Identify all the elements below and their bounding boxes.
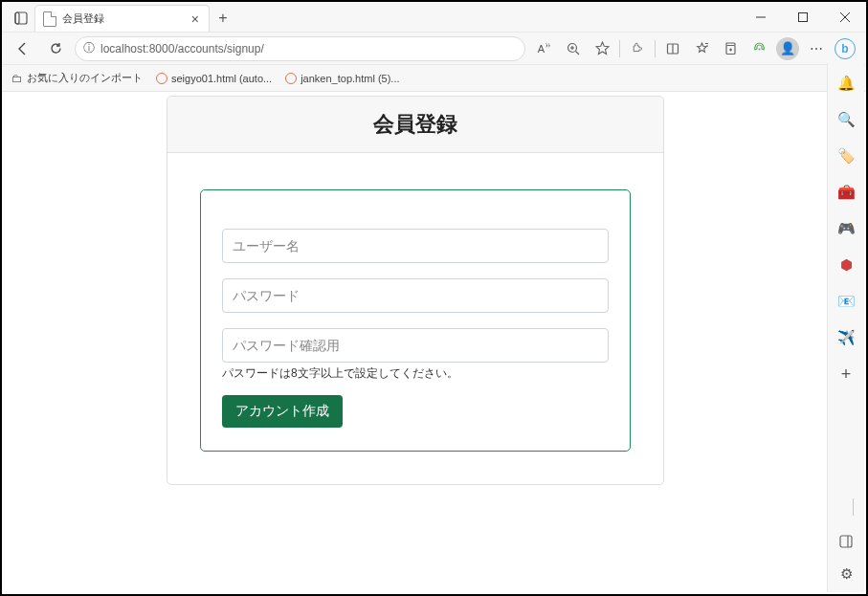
svg-rect-18 xyxy=(840,536,852,547)
titlebar: 会員登録 × + xyxy=(2,2,866,33)
browser-tab[interactable]: 会員登録 × xyxy=(34,5,210,32)
settings-icon[interactable]: ⚙ xyxy=(833,563,859,585)
card-body: パスワードは8文字以上で設定してください。 アカウント作成 xyxy=(167,153,663,484)
hide-sidebar-icon[interactable] xyxy=(833,531,859,552)
minimize-button[interactable] xyxy=(740,3,782,32)
create-account-button[interactable]: アカウント作成 xyxy=(222,395,343,428)
edge-sidebar: 🔔 🔍 🏷️ 🧰 🎮 ⬢ 📧 ✈️ + ⚙ xyxy=(827,63,864,592)
add-icon[interactable]: + xyxy=(833,364,859,385)
tab-strip: 会員登録 × + xyxy=(2,2,236,32)
notification-icon[interactable]: 🔔 xyxy=(833,73,859,94)
favorites-bar-icon[interactable] xyxy=(688,35,715,62)
password-help-text: パスワードは8文字以上で設定してください。 xyxy=(222,365,609,382)
toolbar-right: A᠉ 👤 ⋯ b xyxy=(531,35,858,62)
outlook-icon[interactable]: 📧 xyxy=(833,291,859,312)
new-tab-button[interactable]: + xyxy=(210,5,236,32)
tab-title: 会員登録 xyxy=(62,11,184,26)
signup-form: パスワードは8文字以上で設定してください。 アカウント作成 xyxy=(200,189,631,452)
refresh-button[interactable] xyxy=(42,35,69,62)
collections-icon[interactable] xyxy=(717,35,744,62)
tab-actions-icon[interactable] xyxy=(8,5,34,32)
svg-point-17 xyxy=(758,49,760,51)
bookmark-label: お気に入りのインポート xyxy=(27,71,143,85)
bookmark-import[interactable]: 🗀 お気に入りのインポート xyxy=(11,71,143,85)
svg-line-9 xyxy=(576,51,580,55)
password-input[interactable] xyxy=(222,278,609,313)
close-button[interactable] xyxy=(824,3,866,32)
signup-card: 会員登録 パスワードは8文字以上で設定してください。 アカウント作成 xyxy=(167,96,664,485)
performance-icon[interactable] xyxy=(746,35,772,62)
bookmark-item[interactable]: seigyo01.html (auto... xyxy=(156,73,272,84)
bookmark-label: janken_top.html (5)... xyxy=(300,73,399,84)
card-header: 会員登録 xyxy=(167,97,663,153)
address-bar[interactable]: ⓘ localhost:8000/accounts/signup/ xyxy=(75,36,525,61)
profile-avatar[interactable]: 👤 xyxy=(774,35,801,62)
games-icon[interactable]: 🎮 xyxy=(833,218,859,239)
more-icon[interactable]: ⋯ xyxy=(803,35,830,62)
svg-rect-1 xyxy=(15,12,19,24)
back-button[interactable] xyxy=(10,35,36,62)
page-title: 会員登録 xyxy=(185,110,646,139)
username-input[interactable] xyxy=(222,229,609,263)
bookmark-item[interactable]: janken_top.html (5)... xyxy=(285,73,399,84)
window-controls xyxy=(740,2,866,32)
bookmarks-bar: 🗀 お気に入りのインポート seigyo01.html (auto... jan… xyxy=(2,65,866,92)
page-icon xyxy=(43,11,56,27)
folder-icon: 🗀 xyxy=(11,72,23,85)
info-icon[interactable]: ⓘ xyxy=(83,40,95,56)
svg-rect-0 xyxy=(15,12,27,24)
zoom-icon[interactable] xyxy=(560,35,587,62)
bookmark-favicon xyxy=(156,73,167,84)
text-size-icon[interactable]: A᠉ xyxy=(531,35,558,62)
page-content: 会員登録 パスワードは8文字以上で設定してください。 アカウント作成 xyxy=(4,92,827,592)
shopping-icon[interactable]: 🏷️ xyxy=(833,145,859,166)
tools-icon[interactable]: 🧰 xyxy=(833,182,859,203)
drop-icon[interactable]: ✈️ xyxy=(833,327,859,348)
toolbar: ⓘ localhost:8000/accounts/signup/ A᠉ 👤 ⋯… xyxy=(2,33,866,65)
maximize-button[interactable] xyxy=(782,3,824,32)
office-icon[interactable]: ⬢ xyxy=(833,254,859,276)
bing-button[interactable]: b xyxy=(832,35,858,62)
favorite-icon[interactable] xyxy=(589,35,615,62)
bookmark-label: seigyo01.html (auto... xyxy=(171,73,272,84)
close-icon[interactable]: × xyxy=(189,11,201,27)
url-text: localhost:8000/accounts/signup/ xyxy=(100,42,264,55)
bookmark-favicon xyxy=(285,73,297,84)
svg-rect-3 xyxy=(799,12,808,21)
password-confirm-input[interactable] xyxy=(222,328,609,363)
extensions-icon[interactable] xyxy=(624,35,651,62)
search-icon[interactable]: 🔍 xyxy=(833,109,859,130)
reading-list-icon[interactable] xyxy=(659,35,686,62)
